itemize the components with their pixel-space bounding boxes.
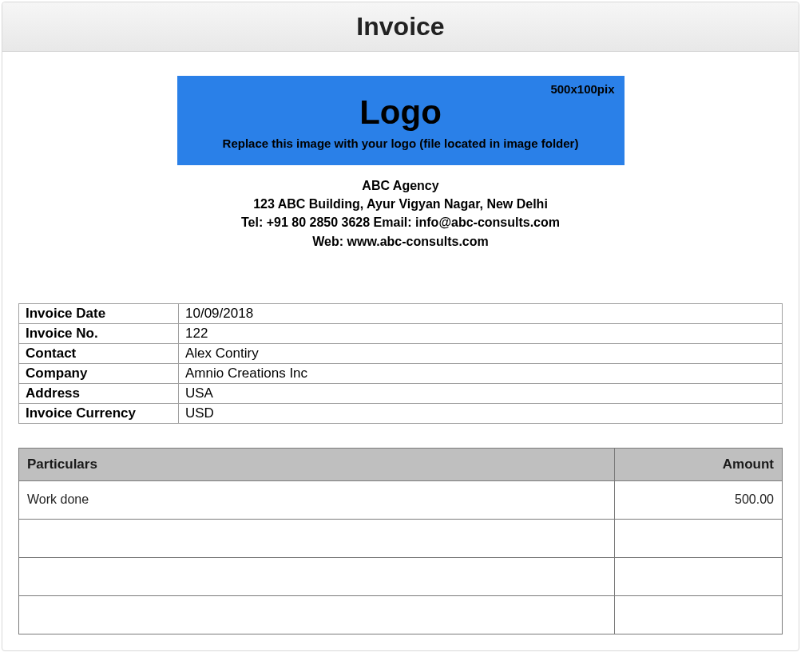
detail-row-invoice-no: Invoice No. 122	[19, 323, 783, 343]
company-contact: Tel: +91 80 2850 3628 Email: info@abc-co…	[18, 213, 783, 231]
line-item-amount	[615, 519, 783, 557]
line-item-amount	[615, 557, 783, 595]
line-items-table: Particulars Amount Work done 500.00	[18, 448, 783, 634]
logo-text: Logo	[177, 93, 625, 132]
logo-note: Replace this image with your logo (file …	[177, 136, 625, 150]
detail-value: USA	[179, 383, 783, 403]
company-info-block: ABC Agency 123 ABC Building, Ayur Vigyan…	[18, 176, 783, 251]
invoice-document: Invoice 500x100pix Logo Replace this ima…	[2, 2, 799, 651]
line-item-particulars: Work done	[19, 480, 615, 519]
detail-value: 122	[179, 323, 783, 343]
detail-label: Invoice Currency	[19, 403, 179, 423]
header-amount: Amount	[615, 448, 783, 480]
company-name: ABC Agency	[18, 176, 783, 195]
document-body: 500x100pix Logo Replace this image with …	[2, 52, 799, 650]
detail-label: Company	[19, 363, 179, 383]
detail-label: Contact	[19, 343, 179, 363]
header-particulars: Particulars	[19, 448, 615, 480]
line-item-particulars	[19, 595, 615, 634]
line-item-particulars	[19, 557, 615, 595]
detail-value: Amnio Creations Inc	[179, 363, 783, 383]
detail-row-currency: Invoice Currency USD	[19, 403, 783, 423]
line-item-row	[19, 557, 783, 595]
detail-row-invoice-date: Invoice Date 10/09/2018	[19, 303, 783, 323]
document-header: Invoice	[2, 2, 799, 52]
detail-row-address: Address USA	[19, 383, 783, 403]
table-header-row: Particulars Amount	[19, 448, 783, 480]
page-title: Invoice	[2, 12, 799, 42]
detail-value: USD	[179, 403, 783, 423]
detail-value: 10/09/2018	[179, 303, 783, 323]
detail-label: Invoice Date	[19, 303, 179, 323]
line-item-row	[19, 595, 783, 634]
company-web: Web: www.abc-consults.com	[18, 232, 783, 251]
line-item-amount	[615, 595, 783, 634]
line-item-row: Work done 500.00	[19, 480, 783, 519]
line-item-particulars	[19, 519, 615, 557]
logo-placeholder: 500x100pix Logo Replace this image with …	[177, 76, 625, 165]
line-item-row	[19, 519, 783, 557]
detail-value: Alex Contiry	[179, 343, 783, 363]
detail-label: Invoice No.	[19, 323, 179, 343]
line-item-amount: 500.00	[615, 480, 783, 519]
logo-dimensions-label: 500x100pix	[550, 82, 614, 96]
invoice-details-table: Invoice Date 10/09/2018 Invoice No. 122 …	[18, 303, 783, 424]
company-address: 123 ABC Building, Ayur Vigyan Nagar, New…	[18, 195, 783, 213]
detail-row-company: Company Amnio Creations Inc	[19, 363, 783, 383]
detail-row-contact: Contact Alex Contiry	[19, 343, 783, 363]
detail-label: Address	[19, 383, 179, 403]
